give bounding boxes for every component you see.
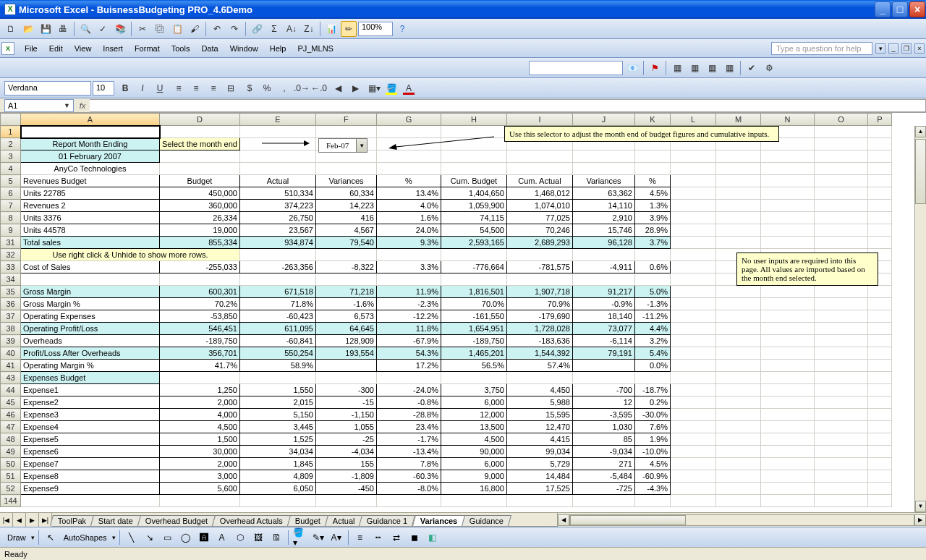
help-search[interactable]: Type a question for help: [771, 42, 872, 55]
hyperlink-icon[interactable]: 🔗: [249, 21, 265, 37]
horizontal-scrollbar[interactable]: ◀ ▶: [557, 513, 926, 527]
pointer-icon[interactable]: ↖: [43, 530, 59, 546]
menu-file[interactable]: File: [19, 43, 43, 54]
flag-icon[interactable]: ⚑: [647, 60, 663, 76]
align-right-icon[interactable]: ≡: [205, 80, 221, 96]
minimize-button[interactable]: _: [875, 1, 891, 17]
grid-table[interactable]: ADEFGHIJKLMNOP12Report Month EndingSelec…: [0, 113, 892, 507]
menu-window[interactable]: Window: [224, 43, 264, 54]
toolbar-btn-y[interactable]: ⚙: [761, 60, 777, 76]
line-style-icon[interactable]: ≡: [352, 530, 368, 546]
arrow-tool-icon[interactable]: ↘: [142, 530, 158, 546]
menu-view[interactable]: View: [69, 43, 98, 54]
menu-help[interactable]: Help: [264, 43, 292, 54]
scroll-thumb[interactable]: [915, 139, 926, 204]
print-icon[interactable]: 🖶: [55, 21, 71, 37]
menu-data[interactable]: Data: [195, 43, 224, 54]
zoom-combo[interactable]: 100%: [358, 22, 393, 36]
picture-icon[interactable]: 🖻: [268, 530, 284, 546]
format-painter-icon[interactable]: 🖌: [187, 21, 203, 37]
font-name-combo[interactable]: Verdana: [4, 81, 91, 96]
tab-budget[interactable]: Budget: [287, 515, 328, 526]
spelling-icon[interactable]: ✓: [95, 21, 111, 37]
tab-toolpak[interactable]: ToolPak: [50, 515, 94, 526]
decrease-decimal-icon[interactable]: ←.0: [311, 80, 327, 96]
tab-prev-button[interactable]: ◀: [13, 513, 26, 527]
toolbar-btn-1[interactable]: 📧: [624, 60, 640, 76]
wb-close[interactable]: ×: [914, 43, 925, 54]
oval-icon[interactable]: ◯: [178, 530, 194, 546]
formula-bar[interactable]: [90, 99, 926, 112]
copy-icon[interactable]: ⿻: [152, 21, 168, 37]
decrease-indent-icon[interactable]: ◀: [330, 80, 346, 96]
menu-insert[interactable]: Insert: [97, 43, 129, 54]
increase-indent-icon[interactable]: ▶: [347, 80, 363, 96]
underline-icon[interactable]: U: [152, 80, 168, 96]
grid-icon-1[interactable]: ▦: [669, 60, 685, 76]
font-color-draw-icon[interactable]: A▾: [328, 530, 344, 546]
grid-icon-3[interactable]: ▦: [704, 60, 720, 76]
fill-color-icon[interactable]: 🪣: [383, 80, 399, 96]
scroll-up-button[interactable]: ▲: [915, 126, 926, 137]
sort-desc-icon[interactable]: Z↓: [301, 21, 317, 37]
align-center-icon[interactable]: ≡: [188, 80, 204, 96]
wb-restore[interactable]: ❐: [901, 43, 912, 54]
shadow-icon[interactable]: ◼: [407, 530, 422, 546]
new-icon[interactable]: 🗋: [3, 21, 19, 37]
comma-icon[interactable]: ,: [276, 80, 292, 96]
scroll-down-button[interactable]: ▼: [915, 501, 926, 512]
autoshapes-menu[interactable]: AutoShapes: [61, 533, 110, 542]
currency-icon[interactable]: $: [242, 80, 258, 96]
chart-icon[interactable]: 📊: [323, 21, 339, 37]
menu-pjmlns[interactable]: PJ_MLNS: [292, 43, 339, 54]
merge-center-icon[interactable]: ⊟: [223, 80, 239, 96]
hscroll-left-button[interactable]: ◀: [558, 514, 569, 526]
tab-overhead-budget[interactable]: Overhead Budget: [137, 515, 216, 526]
tab-variances[interactable]: Variances: [412, 515, 465, 526]
diagram-icon[interactable]: ⬡: [232, 530, 248, 546]
align-left-icon[interactable]: ≡: [171, 80, 187, 96]
toolbar-btn-x[interactable]: ✔: [744, 60, 760, 76]
drawing-icon[interactable]: ✏: [341, 21, 357, 37]
rectangle-icon[interactable]: ▭: [160, 530, 176, 546]
line-color-icon[interactable]: ✎▾: [310, 530, 326, 546]
menu-edit[interactable]: Edit: [43, 43, 69, 54]
redo-icon[interactable]: ↷: [226, 21, 242, 37]
sort-asc-icon[interactable]: A↓: [284, 21, 300, 37]
font-size-combo[interactable]: 10: [93, 81, 114, 96]
textbox-icon[interactable]: 🅰: [196, 530, 212, 546]
help-dropdown[interactable]: ▾: [875, 43, 885, 54]
month-end-dropdown[interactable]: Feb-07▼: [318, 138, 368, 153]
fx-icon[interactable]: fx: [75, 101, 90, 110]
print-preview-icon[interactable]: 🔍: [77, 21, 93, 37]
wordart-icon[interactable]: A: [214, 530, 230, 546]
name-box[interactable]: A1▼: [4, 99, 74, 112]
open-icon[interactable]: 📂: [20, 21, 36, 37]
unknown-combo[interactable]: [529, 61, 623, 75]
tab-start-date[interactable]: Start date: [90, 515, 141, 526]
menu-tools[interactable]: Tools: [166, 43, 196, 54]
help-icon[interactable]: ?: [394, 21, 410, 37]
increase-decimal-icon[interactable]: .0→: [294, 80, 310, 96]
paste-icon[interactable]: 📋: [169, 21, 185, 37]
hscroll-right-button[interactable]: ▶: [914, 514, 926, 526]
hscroll-thumb[interactable]: [570, 515, 686, 525]
3d-icon[interactable]: ◧: [425, 530, 441, 546]
tab-first-button[interactable]: |◀: [0, 513, 13, 527]
line-icon[interactable]: ╲: [124, 530, 140, 546]
wb-minimize[interactable]: _: [888, 43, 899, 54]
tab-next-button[interactable]: ▶: [26, 513, 39, 527]
tab-guidance[interactable]: Guidance: [462, 515, 511, 526]
draw-menu[interactable]: Draw: [4, 533, 29, 542]
clipart-icon[interactable]: 🖼: [250, 530, 266, 546]
vertical-scrollbar[interactable]: ▲ ▼: [914, 126, 926, 512]
research-icon[interactable]: 📚: [112, 21, 128, 37]
tab-overhead-actuals[interactable]: Overhead Actuals: [212, 515, 291, 526]
grid-icon-4[interactable]: ▦: [721, 60, 737, 76]
menu-format[interactable]: Format: [129, 43, 166, 54]
undo-icon[interactable]: ↶: [209, 21, 225, 37]
borders-icon[interactable]: ▦▾: [366, 80, 382, 96]
bold-icon[interactable]: B: [117, 80, 133, 96]
tab-guidance-1[interactable]: Guidance 1: [359, 515, 415, 526]
arrow-style-icon[interactable]: ⇄: [388, 530, 404, 546]
